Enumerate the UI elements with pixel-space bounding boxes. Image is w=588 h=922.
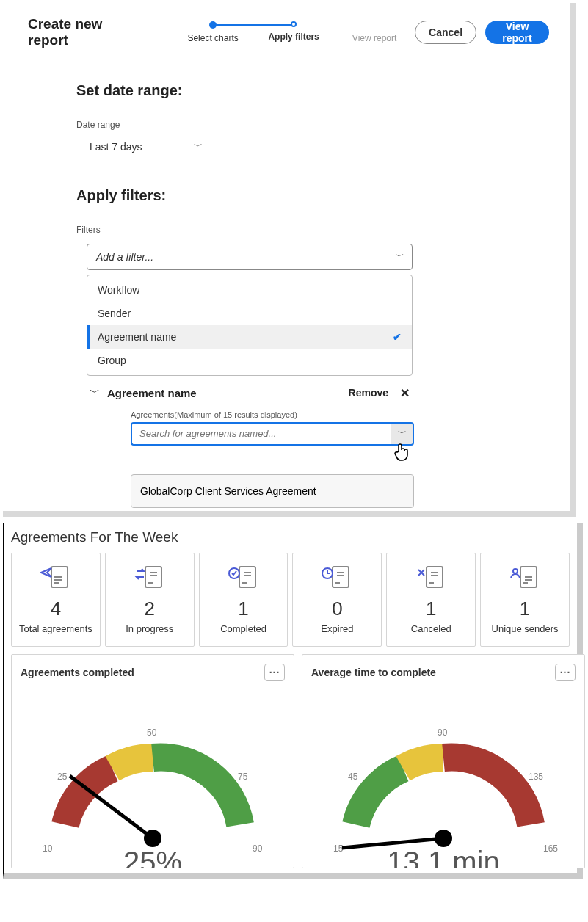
stat-cards-row: 4 Total agreements 2 In progress (11, 553, 570, 647)
filter-option-group[interactable]: Group (87, 349, 412, 372)
stat-card-expired[interactable]: 0 Expired (292, 553, 382, 647)
gauge-tick: 15 (333, 843, 344, 854)
chevron-down-icon[interactable]: ﹀ (90, 386, 100, 399)
gauge-menu-button[interactable]: ··· (555, 664, 576, 681)
report-builder-panel: Create new report Select charts Apply fi… (3, 3, 576, 517)
gauge-chart: 15 45 90 135 165 13.1 min (311, 692, 576, 868)
stat-label: Completed (220, 623, 266, 634)
gauge-menu-button[interactable]: ··· (264, 664, 285, 681)
stat-card-inprogress[interactable]: 2 In progress (105, 553, 195, 647)
gauge-tick: 10 (43, 843, 53, 854)
top-bar: Create new report Select charts Apply fi… (3, 3, 570, 48)
filter-option-workflow[interactable]: Workflow (87, 278, 412, 302)
gauge-card-avgtime: Average time to complete ··· 15 45 90 13… (302, 654, 585, 868)
step-label: Select charts (187, 33, 238, 43)
date-range-title: Set date range: (76, 82, 496, 99)
check-icon (228, 562, 260, 592)
gauge-tick: 90 (253, 843, 263, 854)
step-label: View report (352, 33, 396, 43)
remove-filter-button[interactable]: Remove (349, 387, 388, 399)
gauge-tick: 25 (57, 772, 68, 782)
filter-options-list: Workflow Sender Agreement name ✔ Group (87, 275, 413, 376)
filter-option-label: Workflow (98, 284, 139, 296)
filters-title: Apply filters: (76, 187, 496, 204)
gauge-tick: 135 (529, 772, 543, 782)
dashboard-title: Agreements For The Week (11, 529, 570, 545)
stat-value: 1 (426, 598, 436, 620)
stat-label: Canceled (411, 623, 451, 634)
stat-label: In progress (126, 623, 173, 634)
filter-option-sender[interactable]: Sender (87, 302, 412, 325)
add-filter-placeholder: Add a filter... (96, 251, 153, 263)
applied-filter-name: Agreement name (107, 387, 197, 399)
date-range-label: Date range (76, 120, 496, 130)
gauge-tick: 75 (238, 772, 248, 782)
stat-card-completed[interactable]: 1 Completed (199, 553, 288, 647)
filter-option-label: Agreement name (98, 331, 176, 343)
stat-card-total[interactable]: 4 Total agreements (11, 553, 101, 647)
filter-option-label: Group (98, 355, 126, 366)
stat-value: 1 (238, 598, 248, 620)
stat-value: 0 (332, 598, 342, 620)
gauge-hub-icon (435, 830, 452, 847)
progress-icon (134, 562, 166, 592)
date-range-dropdown[interactable]: Last 7 days ﹀ (90, 140, 203, 153)
gauge-card-completed: Agreements completed ··· 10 25 50 75 90 (11, 654, 294, 868)
step-dot-icon (291, 21, 297, 27)
gauge-tick: 165 (543, 843, 558, 854)
gauge-title: Average time to complete (311, 667, 436, 678)
step-apply-filters[interactable]: Apply filters (253, 21, 334, 42)
stat-card-canceled[interactable]: 1 Canceled (386, 553, 476, 647)
filters-label: Filters (76, 225, 496, 235)
gauge-row: Agreements completed ··· 10 25 50 75 90 (11, 654, 570, 868)
filter-option-label: Sender (98, 308, 131, 319)
step-select-charts[interactable]: Select charts (173, 21, 253, 43)
close-icon[interactable]: ✕ (400, 386, 410, 400)
stat-label: Unique senders (492, 623, 559, 634)
send-icon (40, 562, 72, 592)
stat-label: Expired (321, 623, 353, 634)
step-view-report[interactable]: View report (334, 21, 415, 43)
stat-card-unique-senders[interactable]: 1 Unique senders (480, 553, 570, 647)
gauge-hub-icon (144, 830, 161, 847)
stepper: Select charts Apply filters View report (173, 21, 415, 43)
gauge-tick: 90 (438, 727, 448, 738)
filters-controls: Add a filter... ﹀ Workflow Sender Agreem… (3, 244, 570, 508)
chevron-down-icon: ﹀ (394, 250, 403, 263)
gauge-tick: 50 (147, 727, 157, 738)
top-buttons: Cancel View report (415, 21, 549, 44)
agreements-search: Agreements(Maximum of 15 results display… (131, 410, 496, 508)
date-range-section: Set date range: Date range Last 7 days ﹀ (3, 82, 570, 153)
agreements-suggestion[interactable]: GlobalCorp Client Services Agreement (131, 474, 414, 508)
stat-value: 4 (51, 598, 61, 620)
chevron-down-icon: ﹀ (194, 140, 203, 153)
gauge-value: 25% (123, 846, 182, 868)
cursor-hand-icon (393, 443, 408, 465)
check-icon: ✔ (393, 331, 402, 343)
step-label: Apply filters (268, 32, 319, 42)
filters-section: Apply filters: Filters (3, 187, 570, 235)
agreements-search-expand-button[interactable]: ﹀ (391, 422, 414, 446)
svg-point-2 (513, 569, 518, 573)
view-report-button[interactable]: View report (485, 21, 549, 44)
stat-label: Total agreements (19, 623, 92, 634)
filter-option-agreement-name[interactable]: Agreement name ✔ (87, 325, 412, 349)
gauge-title: Agreements completed (21, 667, 134, 678)
chevron-down-icon: ﹀ (398, 427, 407, 440)
page-title: Create new report (28, 16, 132, 48)
agreements-hint: Agreements(Maximum of 15 results display… (131, 410, 496, 419)
clock-icon (321, 562, 353, 592)
dashboard-panel: Agreements For The Week 4 Total agreemen… (3, 523, 583, 879)
x-icon (415, 562, 447, 592)
add-filter-dropdown[interactable]: Add a filter... ﹀ (87, 244, 413, 270)
gauge-tick: 45 (348, 772, 358, 782)
user-icon (509, 562, 541, 592)
gauge-value: 13.1 min (387, 846, 499, 868)
stat-value: 1 (520, 598, 530, 620)
date-range-value: Last 7 days (90, 141, 142, 153)
agreements-search-input[interactable] (131, 422, 391, 446)
cancel-button[interactable]: Cancel (415, 21, 476, 44)
applied-filter-row: ﹀ Agreement name Remove ✕ (87, 386, 413, 400)
gauge-chart: 10 25 50 75 90 25% (21, 692, 285, 868)
stat-value: 2 (145, 598, 155, 620)
